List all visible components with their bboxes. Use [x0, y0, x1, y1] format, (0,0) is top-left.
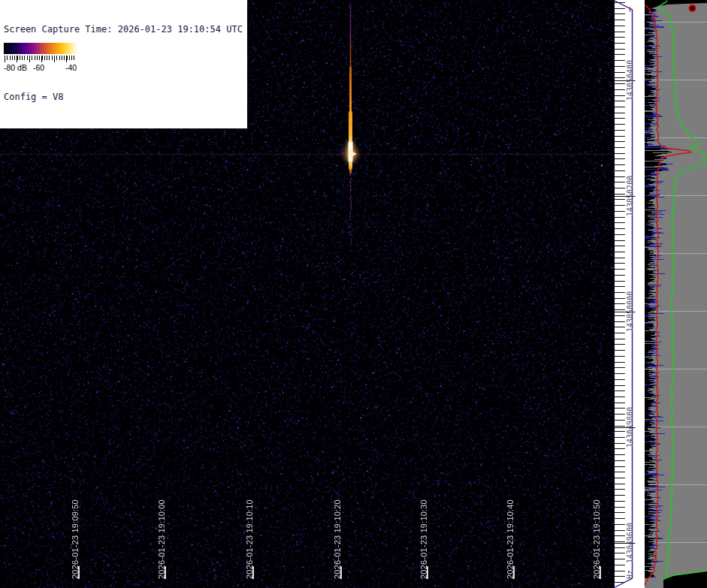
config-text: Config = V8 — [4, 92, 243, 103]
frequency-label: 143050000 — [625, 291, 635, 332]
capture-time-text: Screen Capture Time: 2026-01-23 19:10:54… — [4, 24, 243, 35]
frequency-label: 143050400 — [625, 60, 635, 101]
color-scale-legend: -80 dB -60 -40 — [2, 40, 80, 75]
time-label: 2026-01-23 19:10:40 — [506, 499, 515, 579]
db-label-max: -40 — [65, 63, 77, 72]
time-label: 2026-01-23 19:09:50 — [71, 499, 80, 579]
time-label: 2026-01-23 19:10:50 — [592, 499, 602, 579]
meteor-spectrogram-app: Screen Capture Time: 2026-01-23 19:10:54… — [0, 0, 707, 588]
time-label: 2026-01-23 19:10:30 — [419, 499, 429, 579]
time-label: 2026-01-23 19:10:10 — [245, 499, 255, 579]
time-label: 2026-01-23 19:10:20 — [333, 499, 343, 579]
color-scale-major-ticks — [5, 56, 77, 62]
db-label-min: -80 dB — [4, 63, 27, 72]
frequency-label: 143049600 — [625, 523, 635, 563]
db-label-mid: -60 — [33, 63, 44, 72]
frequency-label: 143050200 — [625, 176, 635, 216]
time-label: 2026-01-23 19:10:00 — [157, 499, 167, 579]
frequency-unit-label: Hz — [625, 570, 635, 579]
color-gradient-bar — [4, 43, 77, 54]
frequency-label: 143049800 — [625, 407, 635, 448]
